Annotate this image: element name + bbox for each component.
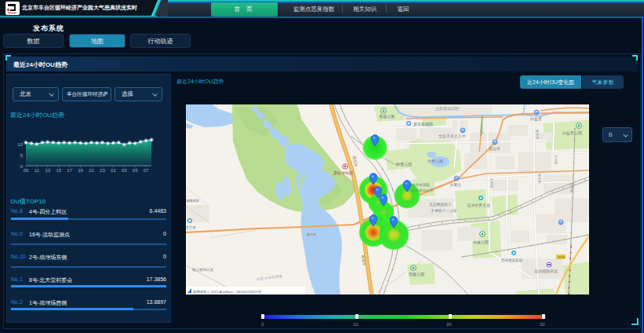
svg-text:17: 17 [67, 168, 72, 173]
svg-text:花乡国际家居: 花乡国际家居 [534, 269, 558, 274]
svg-text:花乡世界名居: 花乡世界名居 [467, 203, 490, 208]
svg-text:北京铁路职工: 北京铁路职工 [429, 202, 452, 207]
svg-text:23: 23 [100, 168, 105, 173]
svg-text:白盆窑: 白盆窑 [530, 116, 542, 122]
svg-text:05: 05 [133, 168, 138, 173]
svg-text:怡生园俱乐部: 怡生园俱乐部 [411, 188, 434, 192]
svg-text:总部基地10区: 总部基地10区 [435, 106, 460, 112]
svg-text:07: 07 [144, 168, 149, 173]
svg-text:熊康公园: 熊康公园 [409, 272, 424, 277]
svg-text:票谷伊甸园: 票谷伊甸园 [333, 170, 353, 176]
svg-text:11: 11 [35, 168, 40, 173]
svg-text:高德地图 © 2021 AutoNavi - GS(2021: 高德地图 © 2021 AutoNavi - GS(2021)6375号 [193, 290, 262, 294]
svg-text:S216: S216 [558, 256, 565, 259]
svg-text:贵羊路: 贵羊路 [569, 182, 573, 193]
svg-text:熙保康闵家园: 熙保康闵家园 [501, 258, 522, 263]
svg-text:新华双拥园: 新华双拥园 [413, 122, 433, 127]
svg-text:看杨公寓: 看杨公寓 [379, 114, 395, 119]
svg-text:丰科路: 丰科路 [489, 177, 493, 188]
svg-text:13: 13 [45, 168, 50, 173]
svg-text:世界公园: 世界公园 [427, 159, 443, 164]
svg-text:宜兰园: 宜兰园 [186, 225, 196, 229]
svg-text:09: 09 [24, 168, 29, 173]
svg-text:19: 19 [78, 168, 83, 173]
svg-text:01: 01 [111, 168, 116, 173]
svg-text:城南嘉香: 城南嘉香 [186, 199, 200, 203]
svg-text:北京华科国际: 北京华科国际 [409, 182, 431, 188]
svg-text:03: 03 [122, 168, 127, 173]
svg-text:5: 5 [20, 153, 24, 158]
svg-text:看丹桥: 看丹桥 [307, 232, 317, 236]
svg-text:白盆窑公园: 白盆窑公园 [562, 130, 582, 136]
svg-text:鹅义村回迁房: 鹅义村回迁房 [192, 267, 214, 273]
svg-text:子弟第十一小学: 子弟第十一小学 [431, 208, 457, 214]
svg-text:高鑫公园: 高鑫公园 [473, 240, 489, 245]
svg-text:北京市丰台八中: 北京市丰台八中 [438, 134, 466, 139]
svg-text:大葆台: 大葆台 [449, 182, 461, 187]
svg-text:15: 15 [56, 168, 61, 173]
svg-text:21: 21 [89, 168, 94, 173]
svg-text:郭公庄: 郭公庄 [489, 146, 500, 152]
svg-text:御景公园: 御景公园 [396, 162, 412, 167]
svg-text:樊羊路: 樊羊路 [535, 130, 540, 140]
svg-text:10: 10 [17, 142, 23, 147]
svg-text:樊羊路: 樊羊路 [537, 174, 542, 184]
